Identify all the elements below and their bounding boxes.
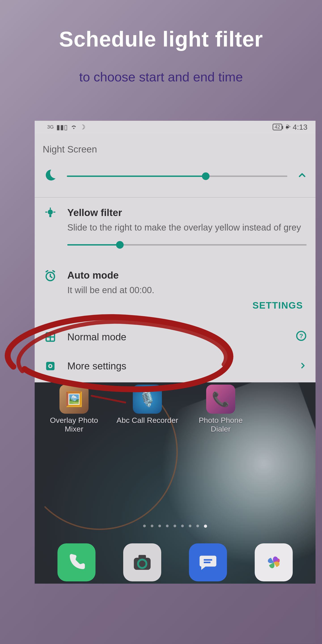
grid-icon: [44, 332, 57, 342]
clock-time: 4:13: [293, 123, 308, 132]
alarm-clock-icon: [44, 270, 57, 282]
promo-heading: Schedule light filter: [0, 27, 322, 52]
gear-icon: [44, 360, 57, 372]
chevron-right-icon: [299, 360, 306, 372]
app-icon-row: 🖼️ Overlay Photo Mixer 🎙️ Abc Call Recor…: [35, 384, 316, 433]
collapse-icon[interactable]: [298, 170, 306, 182]
svg-rect-2: [50, 208, 51, 210]
app-label: Photo Phone Dialer: [190, 416, 252, 433]
phone-frame: 3G ▮▮▯ ☽ 42 ❦ 4:13 Night Screen: [35, 121, 316, 644]
signal-icon: ▮▮▯: [56, 123, 68, 131]
camera-app[interactable]: [123, 544, 161, 582]
promo-subheading: to choose start and end time: [0, 69, 322, 84]
leaf-icon: ❦: [283, 122, 292, 132]
network-type: 3G: [47, 124, 54, 130]
messages-app[interactable]: [189, 544, 227, 582]
more-settings-title: More settings: [67, 360, 289, 372]
svg-point-0: [48, 210, 53, 215]
settings-button[interactable]: SETTINGS: [35, 300, 316, 322]
page-indicator[interactable]: [35, 524, 316, 528]
app-label: Abc Call Recorder: [116, 416, 178, 425]
night-screen-panel: Night Screen Yellow filter Slide to the …: [35, 133, 316, 382]
yellow-filter-slider[interactable]: [67, 244, 306, 246]
phone-app[interactable]: [58, 544, 96, 582]
auto-mode-title: Auto mode: [67, 270, 306, 281]
app-shortcut[interactable]: 📞 Photo Phone Dialer: [190, 384, 252, 433]
svg-point-11: [50, 365, 51, 367]
svg-text:?: ?: [299, 332, 303, 340]
svg-rect-13: [138, 555, 146, 559]
yellow-filter-item: Yellow filter Slide to the right to make…: [35, 198, 316, 238]
svg-rect-3: [46, 212, 48, 213]
battery-icon: 42: [272, 124, 282, 130]
dock: [35, 544, 316, 582]
svg-rect-1: [50, 215, 52, 217]
app-shortcut[interactable]: 🎙️ Abc Call Recorder: [116, 384, 179, 433]
brightness-slider[interactable]: [67, 176, 287, 177]
status-bar: 3G ▮▮▯ ☽ 42 ❦ 4:13: [35, 121, 316, 133]
moon-status-icon: ☽: [80, 124, 86, 131]
brightness-row: [35, 164, 316, 197]
home-screen: 🖼️ Overlay Photo Mixer 🎙️ Abc Call Recor…: [35, 382, 316, 584]
wifi-icon: [70, 123, 77, 131]
gallery-app[interactable]: [255, 544, 293, 582]
app-title: Night Screen: [35, 133, 316, 164]
moon-icon: [44, 167, 56, 185]
auto-mode-item[interactable]: Auto mode It will be end at 00:00.: [35, 256, 316, 300]
normal-mode-title: Normal mode: [67, 332, 286, 342]
auto-mode-desc: It will be end at 00:00.: [67, 284, 306, 296]
normal-mode-item[interactable]: Normal mode ?: [35, 322, 316, 352]
bulb-icon: [44, 207, 57, 219]
app-label: Overlay Photo Mixer: [43, 416, 105, 433]
yellow-filter-desc: Slide to the right to make the overlay y…: [67, 222, 306, 234]
svg-rect-4: [54, 212, 56, 213]
app-shortcut[interactable]: 🖼️ Overlay Photo Mixer: [43, 384, 105, 433]
more-settings-item[interactable]: More settings: [35, 352, 316, 382]
yellow-filter-title: Yellow filter: [67, 207, 306, 218]
help-icon[interactable]: ?: [296, 330, 306, 344]
